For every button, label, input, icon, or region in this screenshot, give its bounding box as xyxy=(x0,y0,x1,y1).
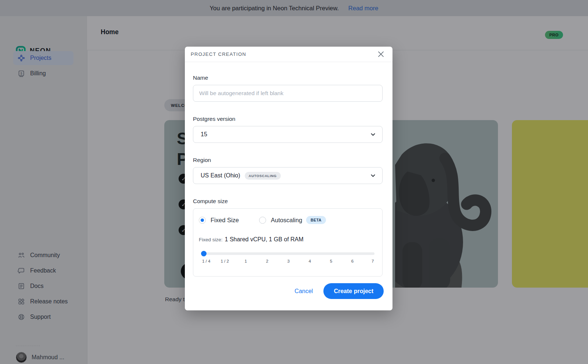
create-project-button[interactable]: Create project xyxy=(323,283,384,299)
slider-tick-labels: 1 / 4 1 / 2 1 2 3 4 5 6 7 xyxy=(201,259,374,265)
postgres-version-label: Postgres version xyxy=(193,116,384,122)
compute-size-slider[interactable] xyxy=(201,251,374,256)
beta-badge: BETA xyxy=(306,216,326,224)
slider-track[interactable] xyxy=(201,252,374,255)
close-icon[interactable] xyxy=(376,50,385,59)
autoscaling-radio[interactable] xyxy=(259,217,266,224)
fixed-size-radio[interactable] xyxy=(199,217,206,224)
postgres-version-value: 15 xyxy=(201,131,207,138)
autoscaling-radio-label[interactable]: Autoscaling xyxy=(271,217,302,224)
modal-title: PROJECT CREATION xyxy=(191,51,246,57)
name-label: Name xyxy=(193,75,384,81)
project-name-input[interactable] xyxy=(193,85,383,102)
modal-header: PROJECT CREATION xyxy=(185,47,392,62)
fixed-size-radio-label[interactable]: Fixed Size xyxy=(211,217,239,224)
autoscaling-region-badge: AUTOSCALING xyxy=(245,172,281,180)
fixed-size-value: 1 Shared vCPU, 1 GB of RAM xyxy=(225,236,304,243)
chevron-down-icon xyxy=(370,131,376,138)
fixed-size-caption: Fixed size: xyxy=(199,237,223,242)
compute-size-panel: Fixed Size Autoscaling BETA Fixed size: … xyxy=(193,208,383,277)
compute-size-label: Compute size xyxy=(193,198,384,205)
region-label: Region xyxy=(193,157,384,163)
project-creation-modal: PROJECT CREATION Name Postgres version 1… xyxy=(185,47,392,310)
chevron-down-icon xyxy=(370,172,376,179)
region-select[interactable]: US East (Ohio) AUTOSCALING xyxy=(193,167,383,184)
postgres-version-select[interactable]: 15 xyxy=(193,126,383,143)
region-value: US East (Ohio) xyxy=(201,172,240,179)
slider-thumb[interactable] xyxy=(201,251,207,256)
cancel-button[interactable]: Cancel xyxy=(295,288,313,295)
